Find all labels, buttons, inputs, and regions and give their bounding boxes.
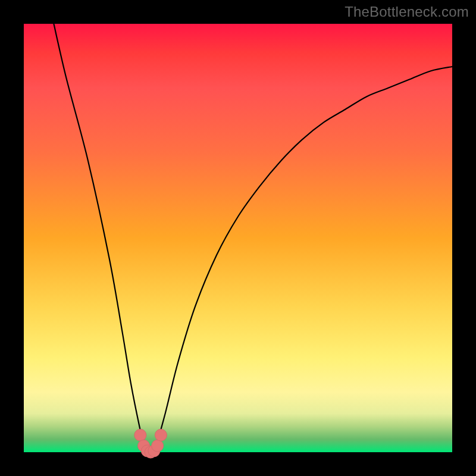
min-marker <box>134 429 146 441</box>
watermark-text: TheBottleneck.com <box>345 4 469 20</box>
bottleneck-curve <box>54 24 452 453</box>
min-marker <box>152 440 164 452</box>
curve-svg <box>24 24 452 452</box>
min-marker <box>155 429 167 441</box>
plot-area <box>24 24 452 452</box>
minimum-markers <box>134 429 167 458</box>
chart-frame: TheBottleneck.com <box>0 0 476 476</box>
